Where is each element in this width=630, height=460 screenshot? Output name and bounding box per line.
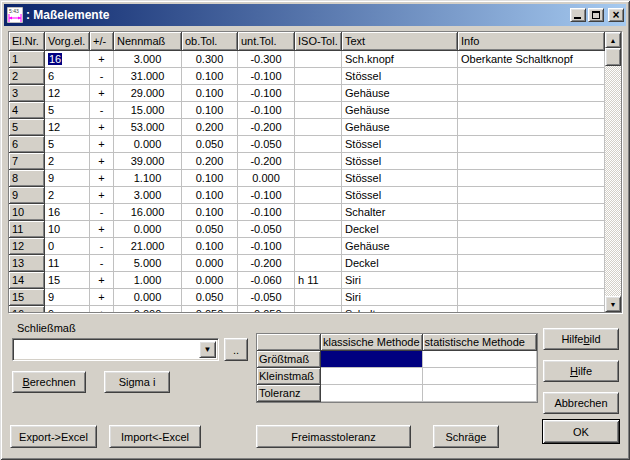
row-header-cell[interactable]: 13 xyxy=(9,255,45,272)
grid-cell-nenn[interactable]: 3.000 xyxy=(114,51,182,68)
row-header-cell[interactable]: 4 xyxy=(9,102,45,119)
freimasstoleranz-button[interactable]: Freimasstoleranz xyxy=(256,425,411,448)
grid-cell-vorg[interactable]: 12 xyxy=(45,119,90,136)
grid-cell-info[interactable] xyxy=(458,102,605,119)
grid-cell-iso[interactable] xyxy=(295,221,342,238)
grid-cell-pm[interactable]: + xyxy=(90,187,114,204)
grid-cell-nenn[interactable]: 0.000 xyxy=(114,306,182,313)
grid-cell-ob[interactable]: 0.100 xyxy=(182,85,238,102)
grid-cell-ob[interactable]: 0.100 xyxy=(182,68,238,85)
grid-cell-nenn[interactable]: 29.000 xyxy=(114,85,182,102)
grid-cell-iso[interactable] xyxy=(295,119,342,136)
grid-cell-info[interactable] xyxy=(458,272,605,289)
ok-button[interactable]: OK xyxy=(542,419,620,444)
schliessmass-combobox[interactable]: ▼ xyxy=(12,338,219,361)
grid-cell-pm[interactable]: + xyxy=(90,170,114,187)
vertical-scrollbar[interactable]: ▲ ▼ xyxy=(605,32,621,312)
grid-cell-pm[interactable]: - xyxy=(90,102,114,119)
grid-cell-info[interactable] xyxy=(458,153,605,170)
row-header-cell[interactable]: 11 xyxy=(9,221,45,238)
row-header-cell[interactable]: 2 xyxy=(9,68,45,85)
grid-cell-info[interactable] xyxy=(458,187,605,204)
grid-cell-info[interactable] xyxy=(458,255,605,272)
grid-cell-iso[interactable] xyxy=(295,238,342,255)
grid-cell-text[interactable]: Siri xyxy=(342,289,458,306)
method-cell[interactable] xyxy=(423,351,537,368)
grid-cell-info[interactable] xyxy=(458,68,605,85)
grid-cell-ob[interactable]: 0.050 xyxy=(182,289,238,306)
grid-cell-iso[interactable]: h 11 xyxy=(295,272,342,289)
grid-cell-ob[interactable]: 0.100 xyxy=(182,170,238,187)
row-header-cell[interactable]: 15 xyxy=(9,289,45,306)
row-header-cell[interactable]: 9 xyxy=(9,187,45,204)
grid-cell-info[interactable] xyxy=(458,306,605,313)
grid-cell-vorg[interactable]: 9 xyxy=(45,289,90,306)
browse-button[interactable]: .. xyxy=(224,338,248,361)
grid-cell-vorg[interactable]: 12 xyxy=(45,85,90,102)
grid-cell-iso[interactable] xyxy=(295,136,342,153)
scrollbar-up-button[interactable]: ▲ xyxy=(605,32,621,48)
grid-cell-pm[interactable]: - xyxy=(90,255,114,272)
row-header-cell[interactable]: 1 xyxy=(9,51,45,68)
grid-cell-nenn[interactable]: 21.000 xyxy=(114,238,182,255)
method-cell[interactable] xyxy=(321,368,423,385)
grid-cell-iso[interactable] xyxy=(295,153,342,170)
method-cell[interactable] xyxy=(423,385,537,402)
grid-cell-pm[interactable]: - xyxy=(90,238,114,255)
grid-cell-unt[interactable]: -0.100 xyxy=(238,204,295,221)
grid-cell-pm[interactable]: + xyxy=(90,306,114,313)
grid-cell-vorg[interactable]: 11 xyxy=(45,255,90,272)
grid-cell-vorg[interactable]: 10 xyxy=(45,221,90,238)
grid-cell-nenn[interactable]: 1.100 xyxy=(114,170,182,187)
grid-cell-text[interactable]: Deckel xyxy=(342,255,458,272)
grid-cell-unt[interactable]: -0.200 xyxy=(238,119,295,136)
grid-cell-info[interactable] xyxy=(458,204,605,221)
grid-cell-pm[interactable]: + xyxy=(90,272,114,289)
grid-cell-vorg[interactable]: 16 xyxy=(45,204,90,221)
grid-cell-iso[interactable] xyxy=(295,68,342,85)
combo-dropdown-button[interactable]: ▼ xyxy=(199,341,216,358)
grid-cell-nenn[interactable]: 0.000 xyxy=(114,289,182,306)
grid-cell-ob[interactable]: 0.050 xyxy=(182,136,238,153)
hilfe-button[interactable]: Hilfe xyxy=(543,360,619,382)
grid-cell-unt[interactable]: -0.300 xyxy=(238,51,295,68)
grid-cell-ob[interactable]: 0.100 xyxy=(182,238,238,255)
grid-cell-pm[interactable]: + xyxy=(90,153,114,170)
grid-cell-nenn[interactable]: 15.000 xyxy=(114,102,182,119)
grid-cell-vorg[interactable]: 5 xyxy=(45,102,90,119)
row-header-cell[interactable]: 3 xyxy=(9,85,45,102)
grid-cell-text[interactable]: Gehäuse xyxy=(342,119,458,136)
grid-cell-text[interactable]: Gehäuse xyxy=(342,102,458,119)
grid-cell-unt[interactable]: -0.100 xyxy=(238,68,295,85)
hilfebild-button[interactable]: Hilfebild xyxy=(543,328,619,350)
grid-cell-iso[interactable] xyxy=(295,85,342,102)
grid-cell-iso[interactable] xyxy=(295,170,342,187)
scrollbar-down-button[interactable]: ▼ xyxy=(605,296,621,312)
export-excel-button[interactable]: Export->Excel xyxy=(10,425,97,448)
grid-cell-unt[interactable]: -0.050 xyxy=(238,221,295,238)
row-header-cell[interactable]: 6 xyxy=(9,136,45,153)
grid-cell-info[interactable] xyxy=(458,289,605,306)
method-cell[interactable] xyxy=(423,368,537,385)
import-excel-button[interactable]: Import<-Excel xyxy=(109,425,201,448)
minimize-button[interactable] xyxy=(570,8,586,22)
method-cell-selected[interactable] xyxy=(321,351,423,368)
grid-cell-iso[interactable] xyxy=(295,306,342,313)
grid-cell-text[interactable]: Schalter xyxy=(342,204,458,221)
grid-cell-text[interactable]: Stössel xyxy=(342,136,458,153)
grid-cell-text[interactable]: Gehäuse xyxy=(342,85,458,102)
grid-cell-info[interactable] xyxy=(458,221,605,238)
row-header-cell[interactable]: 7 xyxy=(9,153,45,170)
grid-cell-info[interactable] xyxy=(458,238,605,255)
grid-cell-text[interactable]: Stössel xyxy=(342,170,458,187)
grid-cell-iso[interactable] xyxy=(295,255,342,272)
sigma-i-button[interactable]: Sigma i xyxy=(104,371,170,393)
grid-cell-unt[interactable]: -0.100 xyxy=(238,187,295,204)
grid-cell-ob[interactable]: 0.100 xyxy=(182,102,238,119)
grid-cell-text[interactable]: Stössel xyxy=(342,68,458,85)
grid-cell-info[interactable] xyxy=(458,136,605,153)
grid-cell-unt[interactable]: -0.100 xyxy=(238,85,295,102)
row-header-cell[interactable]: 14 xyxy=(9,272,45,289)
grid-cell-pm[interactable]: + xyxy=(90,85,114,102)
grid-cell-ob[interactable]: 0.000 xyxy=(182,255,238,272)
